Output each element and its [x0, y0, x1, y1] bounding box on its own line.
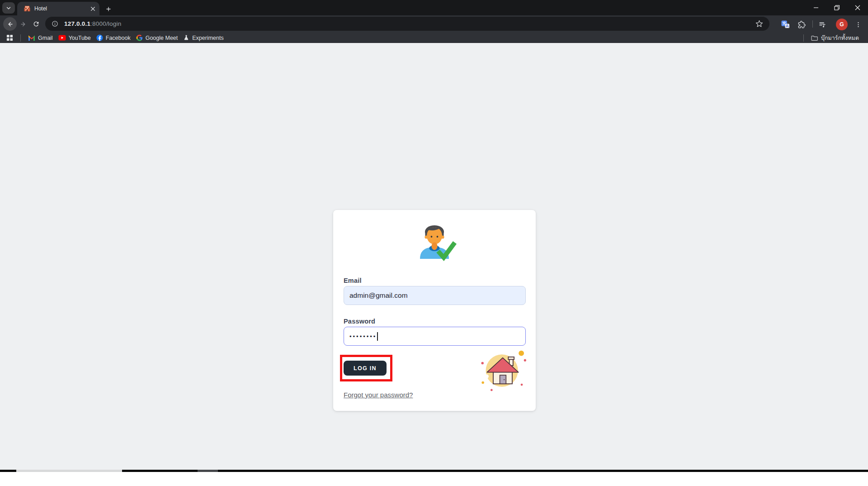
url-host: 127.0.0.1 [64, 20, 90, 27]
reload-icon [33, 20, 40, 28]
profile-initial: G [840, 21, 844, 28]
page-background: Email Password •••••••• LOG IN [0, 43, 868, 470]
bookmark-label: Google Meet [146, 35, 178, 41]
address-bar[interactable]: 127.0.0.1:8000/login [45, 17, 769, 31]
bookmark-google-meet[interactable]: Google Meet [133, 33, 181, 43]
text-caret [377, 332, 378, 341]
close-icon [855, 5, 860, 10]
apps-grid-icon [6, 34, 13, 41]
youtube-icon [58, 35, 66, 41]
bookmarks-separator [20, 34, 21, 42]
log-in-button[interactable]: LOG IN [344, 361, 387, 376]
reload-button[interactable] [29, 17, 43, 31]
window-close-button[interactable] [847, 0, 868, 15]
bookmark-youtube[interactable]: YouTube [56, 33, 94, 43]
all-bookmarks-label: บุ๊กมาร์กทั้งหมด [821, 33, 859, 43]
tab-search-button[interactable] [2, 2, 15, 14]
puzzle-icon [798, 21, 806, 29]
restore-icon [834, 5, 840, 10]
email-field[interactable] [344, 286, 526, 305]
hotel-favicon-icon [24, 5, 31, 12]
google-g-icon [136, 34, 143, 41]
info-icon [52, 20, 58, 27]
chevron-down-icon [5, 5, 12, 11]
login-card: Email Password •••••••• LOG IN [333, 210, 536, 411]
back-button[interactable] [3, 17, 17, 31]
extensions-button[interactable] [796, 19, 807, 30]
bookmark-label: Facebook [106, 35, 131, 41]
browser-menu-button[interactable] [852, 19, 864, 30]
gmail-icon [28, 35, 35, 41]
tab-close-icon[interactable] [90, 6, 96, 12]
forward-arrow-icon [19, 20, 27, 28]
window-restore-button[interactable] [826, 0, 847, 15]
bottom-white-area [0, 472, 868, 486]
flask-icon [183, 34, 189, 41]
password-field[interactable]: •••••••• [344, 327, 526, 346]
house-illustration-icon [479, 347, 527, 395]
back-arrow-icon [6, 20, 14, 28]
password-label: Password [344, 318, 375, 325]
media-playlist-icon [819, 21, 826, 29]
toolbar-separator [812, 20, 813, 28]
plus-icon [105, 6, 112, 12]
tab-strip [0, 0, 868, 15]
bookmark-label: Gmail [38, 35, 53, 41]
window-minimize-button[interactable] [806, 0, 826, 15]
user-verified-avatar-icon [412, 222, 458, 266]
kebab-menu-icon [855, 21, 862, 28]
tab-hotel[interactable]: Hotel [17, 2, 99, 15]
translate-icon [781, 20, 790, 29]
url-path: :8000/login [90, 20, 121, 27]
folder-icon [811, 35, 818, 41]
minimize-icon [813, 5, 819, 10]
bookmark-label: YouTube [69, 35, 91, 41]
bookmark-facebook[interactable]: Facebook [94, 33, 133, 43]
bookmark-star-button[interactable] [753, 18, 765, 30]
forward-button[interactable] [16, 17, 30, 31]
bookmark-label: Experiments [192, 35, 223, 41]
email-label: Email [344, 277, 362, 284]
bookmarks-right-separator [803, 34, 804, 42]
bookmark-gmail[interactable]: Gmail [25, 33, 56, 43]
new-tab-button[interactable] [103, 4, 114, 14]
bookmarks-bar: Gmail YouTube Facebook Google Meet Exper… [0, 33, 868, 43]
url-text: 127.0.0.1:8000/login [64, 20, 121, 27]
media-controls-button[interactable] [816, 19, 828, 30]
site-info-button[interactable] [49, 18, 61, 30]
bookmark-experiments[interactable]: Experiments [180, 33, 226, 43]
all-bookmarks-folder[interactable]: บุ๊กมาร์กทั้งหมด [808, 33, 862, 43]
tab-title: Hotel [34, 5, 90, 12]
profile-avatar[interactable]: G [836, 19, 848, 30]
translate-button[interactable] [779, 18, 791, 30]
apps-grid-button[interactable] [4, 33, 16, 43]
star-icon [755, 20, 763, 28]
password-masked-value: •••••••• [349, 334, 377, 339]
facebook-icon [96, 34, 103, 41]
forgot-password-link[interactable]: Forgot your password? [344, 391, 413, 399]
